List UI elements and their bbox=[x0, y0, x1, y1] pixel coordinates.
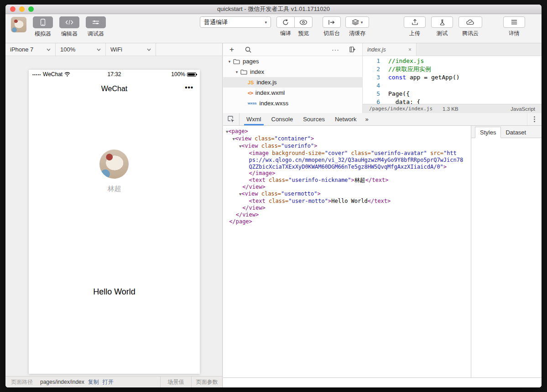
compile-mode-select[interactable]: 普通编译 ▾ bbox=[200, 16, 271, 28]
tree-item-index[interactable]: ▾index bbox=[223, 67, 362, 77]
switch-background-button[interactable]: 切后台 bbox=[323, 16, 341, 37]
wxml-node[interactable]: </image> bbox=[226, 170, 471, 177]
page-params-button[interactable]: 页面参数 bbox=[191, 377, 222, 387]
layers-icon bbox=[352, 19, 359, 25]
phone-nav-bar: WeChat ••• bbox=[29, 83, 200, 95]
test-button[interactable]: 测试 bbox=[431, 16, 453, 37]
app-window: quickstart - 微信开发者工具 v1.01.1711020 模拟器 编… bbox=[5, 5, 542, 387]
code-line: 4 bbox=[363, 82, 542, 90]
code-editor: index.js × 1//index.js2//获取应用实例3const ap… bbox=[363, 43, 542, 113]
scene-value-button[interactable]: 场景值 bbox=[160, 377, 191, 387]
tab-index-js[interactable]: index.js × bbox=[363, 43, 417, 56]
title-bar: quickstart - 微信开发者工具 v1.01.1711020 bbox=[5, 5, 542, 14]
inspect-element-button[interactable] bbox=[223, 113, 240, 125]
search-icon[interactable] bbox=[245, 46, 251, 53]
add-file-button[interactable]: + bbox=[229, 45, 234, 54]
wxml-node[interactable]: ▼<view class="userinfo"> bbox=[226, 143, 471, 150]
wxml-node[interactable]: </view> bbox=[226, 211, 471, 218]
tencent-cloud-button[interactable]: 腾讯云 bbox=[458, 16, 482, 37]
code-line: 3const app = getApp() bbox=[363, 73, 542, 82]
user-avatar[interactable] bbox=[11, 17, 26, 32]
close-tab-icon[interactable]: × bbox=[408, 46, 412, 53]
eye-icon bbox=[299, 20, 307, 25]
refresh-icon bbox=[282, 19, 289, 26]
wxml-node[interactable]: ps://wx.qlogo.cn/mmopen/vi_32/Q3auHgzwzM… bbox=[226, 157, 471, 164]
phone-screen: ••••• WeChat 17:32 100% WeChat ••• 林超 He… bbox=[29, 70, 200, 374]
copy-path-link[interactable]: 复制 bbox=[88, 378, 99, 386]
more-tabs-button[interactable]: » bbox=[362, 113, 372, 125]
wxml-node[interactable]: <image background-size="cover" class="us… bbox=[226, 150, 471, 157]
preview-button[interactable]: 预览 bbox=[295, 16, 313, 37]
minimize-window-button[interactable] bbox=[19, 6, 25, 12]
inspect-cursor-icon bbox=[228, 116, 235, 123]
folder-icon bbox=[240, 69, 247, 75]
tab-wxml[interactable]: Wxml bbox=[241, 113, 266, 125]
chevron-down-icon bbox=[47, 48, 51, 51]
battery-icon bbox=[187, 72, 196, 77]
folder-icon bbox=[233, 59, 240, 64]
page-path-label: 页面路径 bbox=[11, 378, 33, 386]
clear-cache-button[interactable]: ▾ 清缓存 bbox=[345, 16, 369, 37]
tab-dataset[interactable]: Dataset bbox=[501, 127, 531, 138]
phone-icon bbox=[40, 19, 46, 26]
zoom-select[interactable]: 100% bbox=[56, 43, 106, 56]
code-line: 5Page({ bbox=[363, 90, 542, 98]
tree-expand-icon[interactable]: ▾ bbox=[234, 70, 240, 74]
simulator-toggle-button[interactable]: 模拟器 bbox=[33, 16, 53, 38]
tab-styles[interactable]: Styles bbox=[475, 127, 501, 138]
file-tree-toolbar: + ··· bbox=[223, 43, 362, 56]
main-toolbar: 模拟器 编辑器 调试器 普通编译 ▾ 编译 预览 bbox=[5, 14, 542, 43]
nav-title: WeChat bbox=[29, 85, 200, 93]
zoom-window-button[interactable] bbox=[28, 6, 34, 12]
wxml-node[interactable]: ▼<page> bbox=[226, 128, 471, 135]
code-area[interactable]: 1//index.js2//获取应用实例3const app = getApp(… bbox=[363, 56, 542, 104]
file-tree: ▾pages▾indexJSindex.js<>index.wxmlwxssin… bbox=[223, 56, 362, 108]
wxml-tree: ▼<page> ▼<view class="container"> ▼<view… bbox=[223, 126, 471, 377]
chevron-down-icon: ▾ bbox=[265, 20, 267, 25]
tree-expand-icon[interactable]: ▾ bbox=[227, 59, 232, 64]
window-title: quickstart - 微信开发者工具 v1.01.1711020 bbox=[217, 5, 330, 13]
details-button[interactable]: 详情 bbox=[503, 16, 525, 37]
devtools-menu-button[interactable] bbox=[527, 113, 542, 125]
tree-item-index.wxml[interactable]: <>index.wxml bbox=[223, 88, 362, 98]
wxml-node[interactable]: </page> bbox=[226, 218, 471, 225]
device-select[interactable]: iPhone 7 bbox=[5, 43, 56, 56]
tab-sources[interactable]: Sources bbox=[298, 113, 330, 125]
wxml-node[interactable]: </view> bbox=[226, 184, 471, 191]
upload-button[interactable]: 上传 bbox=[404, 16, 426, 37]
tree-item-index.js[interactable]: JSindex.js bbox=[223, 77, 362, 88]
tree-item-pages[interactable]: ▾pages bbox=[223, 56, 362, 67]
user-motto: Hello World bbox=[29, 287, 200, 297]
wxml-node[interactable]: ▼<view class="usermotto"> bbox=[226, 191, 471, 198]
tree-item-index.wxss[interactable]: wxssindex.wxss bbox=[223, 98, 362, 108]
wxml-node[interactable]: <text class="userinfo-nickname">林超</text… bbox=[226, 177, 471, 184]
wxml-node[interactable]: <text class="user-motto">Hello World</te… bbox=[226, 198, 471, 205]
tab-network[interactable]: Network bbox=[330, 113, 362, 125]
editor-status-bar: /pages/index/index.js 1.3 KB JavaScript bbox=[363, 104, 542, 113]
compile-button[interactable]: 编译 bbox=[276, 16, 295, 37]
debugger-toggle-button[interactable]: 调试器 bbox=[86, 16, 106, 38]
wxml-node[interactable]: ▼<view class="container"> bbox=[226, 135, 471, 143]
devtools-drawer bbox=[223, 377, 542, 387]
page-path-bar: 页面路径 pages/index/index 复制 打开 场景值 页面参数 bbox=[5, 376, 222, 387]
more-actions-button[interactable]: ··· bbox=[332, 46, 339, 53]
editor-tab-bar: index.js × bbox=[363, 43, 542, 56]
close-window-button[interactable] bbox=[10, 6, 16, 12]
tab-console[interactable]: Console bbox=[266, 113, 298, 125]
nav-more-button[interactable]: ••• bbox=[185, 83, 193, 91]
devtools-tab-bar: Wxml Console Sources Network » bbox=[223, 113, 542, 126]
editor-toggle-button[interactable]: 编辑器 bbox=[59, 16, 79, 38]
simulator-panel: iPhone 7 100% WiFi ••••• WeChat 17:32 bbox=[5, 43, 223, 387]
wxml-node[interactable]: </view> bbox=[226, 205, 471, 211]
collapse-panel-icon[interactable] bbox=[349, 46, 356, 52]
file-size: 1.3 KB bbox=[443, 106, 458, 112]
userinfo-avatar[interactable] bbox=[99, 150, 129, 179]
debugger-icon bbox=[92, 20, 99, 25]
styles-panel: Styles Dataset bbox=[471, 126, 542, 377]
switch-background-icon bbox=[328, 20, 335, 25]
device-bar: iPhone 7 100% WiFi bbox=[5, 43, 222, 56]
wxml-node[interactable]: QZZbicXciaTXExXyD0KWAM60DGM66nTe5gz8HW5Q… bbox=[226, 164, 471, 170]
network-select[interactable]: WiFi bbox=[106, 43, 156, 56]
open-path-link[interactable]: 打开 bbox=[103, 378, 114, 386]
chevron-down-icon: ▾ bbox=[361, 20, 363, 25]
